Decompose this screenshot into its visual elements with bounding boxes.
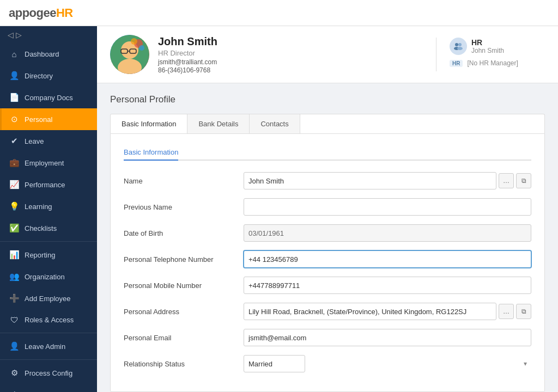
logo-appogee: appogee (9, 6, 56, 20)
sidebar-divider-1 (0, 241, 97, 242)
sidebar-item-checklists[interactable]: ✅ Checklists (0, 217, 97, 239)
process-config-icon: ⚙ (9, 368, 19, 378)
sidebar-divider-2 (0, 333, 97, 333)
sidebar-item-dashboard[interactable]: ⌂ Dashboard (0, 44, 97, 65)
profile-email: jsmith@tralliant.com (158, 58, 427, 66)
form-field-personal-phone (244, 250, 531, 268)
sidebar-item-label: Process Config (25, 369, 72, 377)
form-label-personal-address: Personal Address (124, 308, 244, 316)
hr-badge: HR (450, 60, 463, 67)
sidebar-item-learning[interactable]: 💡 Learning (0, 195, 97, 217)
form-field-personal-address: … ⧉ (244, 303, 531, 320)
svg-point-9 (139, 45, 144, 51)
personal-email-input[interactable] (244, 329, 531, 346)
tab-bank-details[interactable]: Bank Details (187, 114, 250, 133)
hr-manager-name: John Smith (471, 47, 504, 54)
form-row-personal-phone: Personal Telephone Number (124, 250, 531, 268)
sidebar-item-label: Learning (25, 203, 52, 211)
form-label-personal-mobile: Personal Mobile Number (124, 281, 244, 290)
learning-icon: 💡 (9, 201, 19, 211)
sidebar-item-label: Performance (25, 181, 65, 189)
sidebar-item-label: Roles & Access (25, 316, 74, 324)
sidebar-item-label: Add Employee (25, 295, 71, 303)
name-edit-btn[interactable]: … (499, 173, 514, 188)
sidebar: ◁ ▷ ⌂ Dashboard 👤 Directory 📄 Company Do… (0, 26, 97, 392)
tab-contacts[interactable]: Contacts (250, 114, 300, 133)
sidebar-item-label: Company Docs (25, 94, 73, 102)
leave-admin-icon: 👤 (9, 341, 19, 351)
topbar: appogeeHR (0, 0, 558, 26)
name-input[interactable] (244, 172, 496, 189)
sidebar-item-personal[interactable]: ⊙ Personal (0, 108, 97, 130)
relationship-status-wrap: Married Single Divorced Widowed Civil Pa… (244, 355, 531, 372)
svg-point-8 (131, 38, 137, 45)
sidebar-item-process-config[interactable]: ⚙ Process Config (0, 362, 97, 384)
relationship-status-select[interactable]: Married Single Divorced Widowed Civil Pa… (244, 355, 305, 372)
sidebar-item-label: Leave Admin (25, 342, 65, 351)
leave-icon: ✔ (9, 136, 19, 146)
roles-icon: 🛡 (9, 315, 19, 324)
sidebar-item-label: Organization (25, 273, 65, 281)
profile-header: John Smith HR Director jsmith@tralliant.… (97, 26, 558, 83)
sidebar-item-leave-admin[interactable]: 👤 Leave Admin (0, 335, 97, 357)
logo-hr: HR (56, 6, 73, 20)
form-row-dob: Date of Birth (124, 224, 531, 242)
dashboard-icon: ⌂ (9, 50, 19, 59)
sidebar-item-company-docs[interactable]: 📄 Company Docs (0, 87, 97, 108)
sub-tab-basic-information[interactable]: Basic Information (124, 145, 178, 161)
sidebar-item-leave[interactable]: ✔ Leave (0, 130, 97, 152)
page-content: Personal Profile Basic Information Bank … (97, 83, 558, 392)
directory-icon: 👤 (9, 71, 19, 81)
sidebar-item-label: Leave (25, 137, 44, 145)
sidebar-item-organization[interactable]: 👥 Organization (0, 266, 97, 287)
form-label-personal-phone: Personal Telephone Number (124, 255, 244, 264)
personal-mobile-input[interactable] (244, 277, 531, 294)
hr-no-manager-label: [No HR Manager] (467, 59, 518, 67)
dob-input[interactable] (244, 224, 531, 242)
hr-label-block: HR John Smith (471, 38, 504, 54)
form-row-personal-address: Personal Address … ⧉ (124, 302, 531, 321)
profile-name: John Smith (158, 35, 427, 48)
personal-address-input[interactable] (244, 303, 496, 320)
sidebar-item-employment[interactable]: 💼 Employment (0, 152, 97, 174)
sub-tab-bar: Basic Information (124, 145, 531, 161)
sidebar-item-system-config[interactable]: ⚙ System Config (0, 384, 97, 392)
sidebar-item-reporting[interactable]: 📊 Reporting (0, 244, 97, 266)
sidebar-item-directory[interactable]: 👤 Directory (0, 65, 97, 87)
company-docs-icon: 📄 (9, 93, 19, 102)
main-content: John Smith HR Director jsmith@tralliant.… (97, 26, 558, 392)
profile-hr-section: HR John Smith HR [No HR Manager] (436, 38, 545, 71)
personal-phone-input[interactable] (244, 250, 531, 268)
add-employee-icon: ➕ (9, 293, 19, 303)
sidebar-item-roles-access[interactable]: 🛡 Roles & Access (0, 309, 97, 330)
previous-name-input[interactable] (244, 198, 531, 216)
hr-row-no-manager: HR [No HR Manager] (450, 59, 545, 67)
sidebar-item-label: Checklists (25, 224, 57, 232)
organization-icon: 👥 (9, 272, 19, 281)
employment-icon: 💼 (9, 158, 19, 168)
svg-point-13 (457, 47, 463, 50)
name-copy-btn[interactable]: ⧉ (516, 173, 531, 188)
sidebar-item-add-employee[interactable]: ➕ Add Employee (0, 287, 97, 309)
sidebar-item-label: Directory (25, 72, 53, 80)
page-title: Personal Profile (110, 94, 545, 105)
form-label-relationship-status: Relationship Status (124, 360, 244, 368)
sidebar-item-label: Personal (25, 115, 52, 124)
profile-phone: 86-(346)106-9768 (158, 66, 427, 74)
system-config-icon: ⚙ (9, 390, 19, 392)
form-label-dob: Date of Birth (124, 229, 244, 237)
sidebar-divider-3 (0, 359, 97, 360)
hr-row-manager: HR John Smith (450, 38, 545, 55)
sidebar-toggle[interactable]: ◁ ▷ (0, 26, 97, 44)
address-edit-btn[interactable]: … (499, 304, 514, 319)
hr-section-title: HR (471, 38, 504, 47)
form-field-personal-mobile (244, 277, 531, 294)
sidebar-item-performance[interactable]: 📈 Performance (0, 174, 97, 195)
sidebar-item-label: Reporting (25, 251, 55, 259)
tab-basic-information[interactable]: Basic Information (111, 114, 187, 133)
sidebar-item-label: Dashboard (25, 50, 59, 58)
form-row-relationship-status: Relationship Status Married Single Divor… (124, 354, 531, 373)
form-field-name: … ⧉ (244, 172, 531, 189)
logo: appogeeHR (9, 6, 73, 20)
address-copy-btn[interactable]: ⧉ (516, 304, 531, 319)
